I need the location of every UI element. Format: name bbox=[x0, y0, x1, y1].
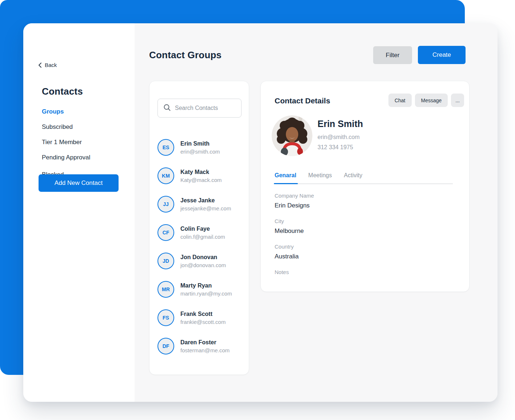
contact-list-item[interactable]: CF Colin Faye colin.f@gmail.com bbox=[157, 218, 245, 247]
field-city: City Melbourne bbox=[275, 218, 314, 235]
contact-list-item[interactable]: JJ Jesse Janke jessejanke@me.com bbox=[157, 190, 245, 218]
details-actions: Chat Message ... bbox=[388, 94, 464, 107]
contact-name: Erin Smith bbox=[180, 140, 220, 147]
contact-list-item[interactable]: MR Marty Ryan martin.ryan@my.com bbox=[157, 275, 245, 304]
detail-contact-phone: 312 334 1975 bbox=[318, 144, 353, 151]
field-label: City bbox=[275, 218, 314, 224]
more-options-button[interactable]: ... bbox=[451, 94, 464, 107]
sidebar-item-pending-approval[interactable]: Pending Approval bbox=[42, 150, 90, 165]
field-label: Country bbox=[275, 243, 314, 250]
contact-name: Marty Ryan bbox=[180, 282, 232, 289]
sidebar-item-tier-1-member[interactable]: Tier 1 Member bbox=[42, 135, 90, 150]
contact-avatar-initials: CF bbox=[157, 224, 174, 241]
contact-avatar-initials: FS bbox=[157, 309, 174, 326]
field-company-name: Company Name Erin Designs bbox=[275, 193, 314, 209]
message-button[interactable]: Message bbox=[415, 94, 448, 107]
contact-name: Katy Mack bbox=[180, 169, 222, 175]
chevron-left-icon bbox=[38, 63, 42, 68]
contact-email: colin.f@gmail.com bbox=[180, 234, 225, 240]
person-portrait-illustration bbox=[272, 115, 312, 156]
contact-email: jon@donovan.com bbox=[180, 262, 226, 268]
details-tabs: Genaral Meetings Activity bbox=[275, 172, 453, 184]
field-value: Erin Designs bbox=[275, 202, 314, 209]
contact-avatar-initials: DF bbox=[157, 338, 174, 354]
stage: Back Contacts Groups Subscribed Tier 1 M… bbox=[0, 0, 515, 420]
contact-avatar-initials: MR bbox=[157, 281, 174, 298]
contact-email: jessejanke@me.com bbox=[180, 205, 231, 211]
field-label: Company Name bbox=[275, 193, 314, 199]
contact-avatar-initials: JD bbox=[157, 253, 174, 269]
details-title: Contact Details bbox=[275, 96, 330, 105]
search-box bbox=[157, 99, 241, 118]
tab-activity[interactable]: Activity bbox=[344, 172, 363, 179]
create-button[interactable]: Create bbox=[418, 46, 466, 64]
contact-list-item[interactable]: JD Jon Donovan jon@donovan.com bbox=[157, 247, 245, 275]
back-label: Back bbox=[45, 62, 57, 68]
search-input[interactable] bbox=[175, 105, 237, 111]
tab-meetings[interactable]: Meetings bbox=[308, 172, 332, 179]
contact-email: fosterman@me.com bbox=[180, 347, 229, 353]
tab-genaral[interactable]: Genaral bbox=[275, 172, 296, 179]
contact-details-panel: Contact Details Chat Message ... bbox=[260, 81, 470, 292]
contact-avatar-initials: KM bbox=[157, 167, 174, 184]
contact-avatar-initials: JJ bbox=[157, 196, 174, 213]
contact-rows: ES Erin Smith erin@smith.com KM Katy Mac… bbox=[157, 133, 245, 360]
contact-email: frankie@scott.com bbox=[180, 319, 225, 325]
details-fields: Company Name Erin Designs City Melbourne… bbox=[275, 193, 314, 284]
contact-name: Jon Donovan bbox=[180, 254, 226, 261]
detail-contact-name: Erin Smith bbox=[318, 119, 363, 129]
sidebar-item-subscribed[interactable]: Subscribed bbox=[42, 119, 90, 135]
field-value: Australia bbox=[275, 253, 314, 260]
search-icon bbox=[163, 104, 171, 113]
contact-name: Jesse Janke bbox=[180, 197, 231, 204]
add-new-contact-button[interactable]: Add New Contact bbox=[39, 174, 119, 192]
main-area: Contact Groups Filter Create ES Erin Smi… bbox=[135, 23, 498, 402]
contact-name: Daren Foster bbox=[180, 339, 229, 346]
contact-list-panel: ES Erin Smith erin@smith.com KM Katy Mac… bbox=[149, 81, 249, 375]
filter-button[interactable]: Filter bbox=[373, 46, 412, 64]
contact-email: erin@smith.com bbox=[180, 148, 220, 155]
contact-list-item[interactable]: DF Daren Foster fosterman@me.com bbox=[157, 332, 245, 360]
contact-list-item[interactable]: KM Katy Mack Katy@mack.com bbox=[157, 162, 245, 190]
contact-avatar-initials: ES bbox=[157, 139, 174, 156]
contact-photo bbox=[272, 115, 312, 156]
contact-name: Colin Faye bbox=[180, 226, 225, 232]
sidebar-title: Contacts bbox=[42, 86, 83, 97]
contact-list-item[interactable]: ES Erin Smith erin@smith.com bbox=[157, 133, 245, 162]
contact-name: Frank Scott bbox=[180, 311, 225, 317]
page-title: Contact Groups bbox=[149, 49, 221, 61]
detail-contact-email: erin@smith.com bbox=[318, 134, 360, 140]
back-button[interactable]: Back bbox=[38, 62, 57, 68]
sidebar: Back Contacts Groups Subscribed Tier 1 M… bbox=[23, 23, 135, 402]
field-value: Melbourne bbox=[275, 227, 314, 235]
app-window: Back Contacts Groups Subscribed Tier 1 M… bbox=[23, 23, 498, 402]
field-notes: Notes bbox=[275, 269, 314, 275]
contact-email: martin.ryan@my.com bbox=[180, 290, 232, 297]
sidebar-item-groups[interactable]: Groups bbox=[42, 104, 90, 119]
chat-button[interactable]: Chat bbox=[388, 94, 412, 107]
field-label: Notes bbox=[275, 269, 314, 275]
contact-list-item[interactable]: FS Frank Scott frankie@scott.com bbox=[157, 304, 245, 332]
field-country: Country Australia bbox=[275, 243, 314, 260]
sidebar-nav: Groups Subscribed Tier 1 Member Pending … bbox=[42, 104, 90, 182]
contact-email: Katy@mack.com bbox=[180, 177, 222, 183]
